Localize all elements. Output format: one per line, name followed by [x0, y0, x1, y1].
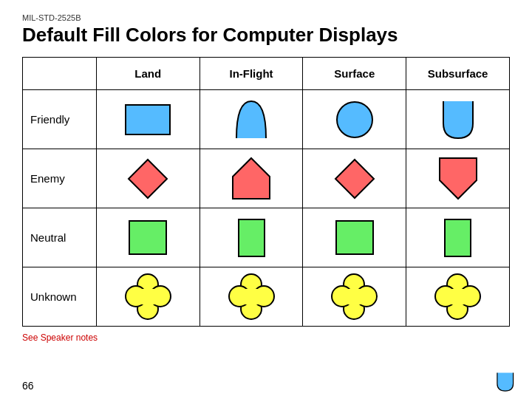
col-header-subsurface: Subsurface — [406, 58, 510, 90]
symbol-neutral-land — [96, 208, 200, 267]
svg-marker-2 — [129, 160, 167, 198]
symbol-unknown-land — [96, 267, 200, 327]
table-row: Neutral — [23, 208, 510, 267]
row-label-enemy: Enemy — [23, 149, 97, 208]
symbol-neutral-surface — [303, 208, 406, 267]
svg-rect-29 — [450, 289, 466, 304]
table-row: Friendly — [23, 90, 510, 149]
symbol-unknown-surface — [303, 267, 406, 327]
svg-point-1 — [337, 102, 372, 137]
row-label-neutral: Neutral — [23, 208, 97, 267]
symbol-friendly-surface — [303, 90, 406, 149]
svg-rect-9 — [445, 219, 471, 256]
svg-marker-3 — [233, 158, 270, 199]
symbol-unknown-subsurface — [406, 267, 510, 327]
svg-rect-8 — [336, 221, 373, 254]
table-row: Enemy — [23, 149, 510, 208]
svg-marker-5 — [440, 158, 477, 199]
page-title: Default Fill Colors for Computer Display… — [22, 24, 510, 47]
symbol-neutral-subsurface — [406, 208, 510, 267]
symbol-neutral-inflight — [200, 208, 303, 267]
symbol-enemy-land — [96, 149, 200, 208]
svg-marker-4 — [335, 160, 374, 198]
svg-rect-24 — [347, 289, 362, 304]
footer-note: See Speaker notes — [22, 332, 510, 343]
symbol-enemy-subsurface — [406, 149, 510, 208]
symbol-friendly-subsurface — [406, 90, 510, 149]
row-label-unknown: Unknown — [23, 267, 97, 327]
symbol-unknown-inflight — [200, 267, 303, 327]
svg-rect-14 — [140, 289, 156, 304]
table-row: Unknown — [23, 267, 510, 327]
col-header-inflight: In-Flight — [200, 58, 303, 90]
bottom-right-icon — [494, 371, 517, 395]
col-header-empty — [23, 58, 97, 90]
svg-rect-7 — [239, 219, 265, 256]
row-label-friendly: Friendly — [23, 90, 97, 149]
symbol-friendly-inflight — [200, 90, 303, 149]
page-number: 66 — [22, 380, 34, 392]
symbol-enemy-inflight — [200, 149, 303, 208]
symbol-friendly-land — [96, 90, 200, 149]
symbol-table: Land In-Flight Surface Subsurface Friend… — [22, 57, 510, 327]
svg-rect-19 — [244, 289, 259, 304]
standard-label: MIL-STD-2525B — [22, 13, 510, 22]
col-header-surface: Surface — [303, 58, 406, 90]
symbol-enemy-surface — [303, 149, 406, 208]
col-header-land: Land — [96, 58, 200, 90]
svg-rect-0 — [126, 105, 170, 134]
svg-rect-6 — [129, 221, 166, 254]
